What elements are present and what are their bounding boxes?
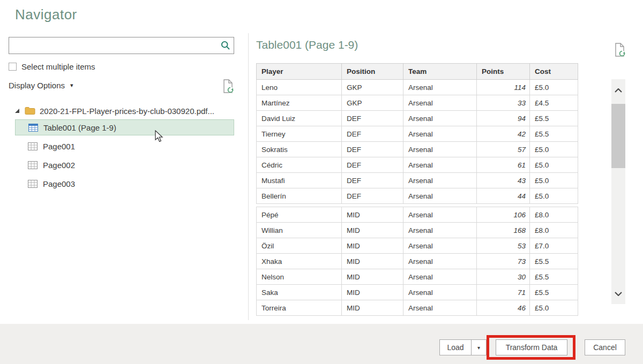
cell-cost: £5.0 bbox=[530, 142, 578, 157]
cell-position: DEF bbox=[342, 111, 403, 126]
preview-table-segment-2: PépéMIDArsenal106£8.0WillianMIDArsenal16… bbox=[256, 207, 578, 316]
search-icon[interactable] bbox=[218, 41, 234, 50]
cell-team: Arsenal bbox=[403, 111, 477, 126]
preview-refresh-icon[interactable] bbox=[613, 42, 627, 60]
preview-scrollbar[interactable] bbox=[611, 79, 625, 304]
column-header-team[interactable]: Team bbox=[403, 64, 477, 80]
cell-position: DEF bbox=[342, 157, 403, 173]
cell-player: Nelson bbox=[257, 269, 342, 285]
cell-cost: £5.5 bbox=[530, 126, 578, 142]
cell-position: MID bbox=[342, 269, 403, 285]
cell-position: DEF bbox=[342, 126, 403, 142]
column-header-cost[interactable]: Cost bbox=[530, 64, 578, 80]
table-row: LenoGKPArsenal114£5.0 bbox=[257, 80, 578, 95]
tree-item-page002[interactable]: Page002 bbox=[15, 157, 234, 172]
column-header-player[interactable]: Player bbox=[257, 64, 342, 80]
cell-points: 114 bbox=[477, 80, 530, 95]
table-row: CédricDEFArsenal61£5.0 bbox=[257, 157, 578, 173]
cell-team: Arsenal bbox=[403, 269, 477, 285]
cell-player: Xhaka bbox=[257, 254, 342, 269]
cancel-button[interactable]: Cancel bbox=[585, 339, 625, 355]
cell-points: 61 bbox=[477, 157, 530, 173]
display-options-dropdown[interactable]: Display Options ▾ bbox=[9, 81, 73, 90]
select-multiple-row: Select multiple items bbox=[9, 62, 95, 71]
cell-team: Arsenal bbox=[403, 95, 477, 111]
annotation-highlight-rectangle bbox=[487, 335, 575, 360]
preview-table-segment-1: Player Position Team Points Cost LenoGKP… bbox=[256, 63, 578, 204]
cell-position: MID bbox=[342, 238, 403, 254]
tree-folder-label: 2020-21-FPL-Player-prices-by-club-030920… bbox=[40, 107, 214, 116]
cell-team: Arsenal bbox=[403, 254, 477, 269]
cell-cost: £5.5 bbox=[530, 254, 578, 269]
table-row: XhakaMIDArsenal73£5.5 bbox=[257, 254, 578, 269]
cell-points: 30 bbox=[477, 269, 530, 285]
cell-player: Willian bbox=[257, 223, 342, 238]
cell-team: Arsenal bbox=[403, 173, 477, 188]
table-row: MustafiDEFArsenal43£5.0 bbox=[257, 173, 578, 188]
cell-player: Pépé bbox=[257, 207, 342, 223]
table-row: PépéMIDArsenal106£8.0 bbox=[257, 207, 578, 223]
tree-folder-row[interactable]: 2020-21-FPL-Player-prices-by-club-030920… bbox=[15, 104, 214, 118]
pane-divider bbox=[248, 33, 249, 320]
chevron-down-icon: ▾ bbox=[70, 82, 73, 89]
tree-item-page003[interactable]: Page003 bbox=[15, 176, 234, 191]
document-refresh-icon[interactable] bbox=[221, 78, 235, 96]
cell-points: 73 bbox=[477, 254, 530, 269]
table-row: TierneyDEFArsenal42£5.5 bbox=[257, 126, 578, 142]
scroll-up-icon[interactable] bbox=[611, 84, 625, 97]
cell-player: Özil bbox=[257, 238, 342, 254]
cell-position: MID bbox=[342, 207, 403, 223]
tree-item-label: Page002 bbox=[43, 161, 75, 170]
cell-player: Bellerín bbox=[257, 188, 342, 204]
cell-points: 42 bbox=[477, 126, 530, 142]
cell-cost: £5.5 bbox=[530, 111, 578, 126]
table-row: David LuizDEFArsenal94£5.5 bbox=[257, 111, 578, 126]
scrollbar-thumb[interactable] bbox=[611, 104, 625, 168]
scroll-down-icon[interactable] bbox=[611, 287, 625, 301]
cell-player: Torreira bbox=[257, 300, 342, 316]
cell-cost: £8.0 bbox=[530, 207, 578, 223]
preview-title: Table001 (Page 1-9) bbox=[256, 39, 358, 51]
cell-cost: £7.0 bbox=[530, 238, 578, 254]
cell-points: 53 bbox=[477, 238, 530, 254]
cell-player: Saka bbox=[257, 285, 342, 300]
search-input[interactable] bbox=[9, 37, 218, 54]
cell-player: Leno bbox=[257, 80, 342, 95]
cell-cost: £5.0 bbox=[530, 157, 578, 173]
page-grid-icon bbox=[28, 180, 38, 188]
table-row: ÖzilMIDArsenal53£7.0 bbox=[257, 238, 578, 254]
table-row: SokratisDEFArsenal57£5.0 bbox=[257, 142, 578, 157]
cell-position: MID bbox=[342, 223, 403, 238]
expand-triangle-icon[interactable] bbox=[15, 109, 19, 113]
mouse-cursor bbox=[154, 130, 165, 145]
display-options-label: Display Options bbox=[9, 81, 65, 90]
cell-player: David Luiz bbox=[257, 111, 342, 126]
table-row: SakaMIDArsenal71£5.5 bbox=[257, 285, 578, 300]
cell-player: Tierney bbox=[257, 126, 342, 142]
select-multiple-label: Select multiple items bbox=[21, 62, 95, 71]
cell-cost: £5.5 bbox=[530, 285, 578, 300]
column-header-points[interactable]: Points bbox=[477, 64, 530, 80]
cell-team: Arsenal bbox=[403, 300, 477, 316]
tree-item-label: Page003 bbox=[43, 179, 75, 188]
load-dropdown-button[interactable]: ▾ bbox=[471, 339, 487, 355]
page-grid-icon bbox=[28, 142, 38, 150]
cell-team: Arsenal bbox=[403, 238, 477, 254]
cell-player: Martínez bbox=[257, 95, 342, 111]
column-header-position[interactable]: Position bbox=[342, 64, 403, 80]
cell-points: 106 bbox=[477, 207, 530, 223]
cell-position: DEF bbox=[342, 142, 403, 157]
tree-item-page001[interactable]: Page001 bbox=[15, 139, 234, 154]
page-grid-icon bbox=[28, 161, 38, 169]
select-multiple-checkbox[interactable] bbox=[9, 63, 17, 71]
load-button[interactable]: Load bbox=[439, 339, 472, 355]
cell-position: MID bbox=[342, 254, 403, 269]
tree-item-label: Page001 bbox=[43, 142, 75, 151]
table-header-row: Player Position Team Points Cost bbox=[257, 64, 578, 80]
cell-team: Arsenal bbox=[403, 188, 477, 204]
cell-team: Arsenal bbox=[403, 80, 477, 95]
cell-cost: £5.0 bbox=[530, 300, 578, 316]
cell-points: 43 bbox=[477, 173, 530, 188]
tree-item-table001[interactable]: Table001 (Page 1-9) bbox=[15, 119, 234, 135]
cell-team: Arsenal bbox=[403, 142, 477, 157]
